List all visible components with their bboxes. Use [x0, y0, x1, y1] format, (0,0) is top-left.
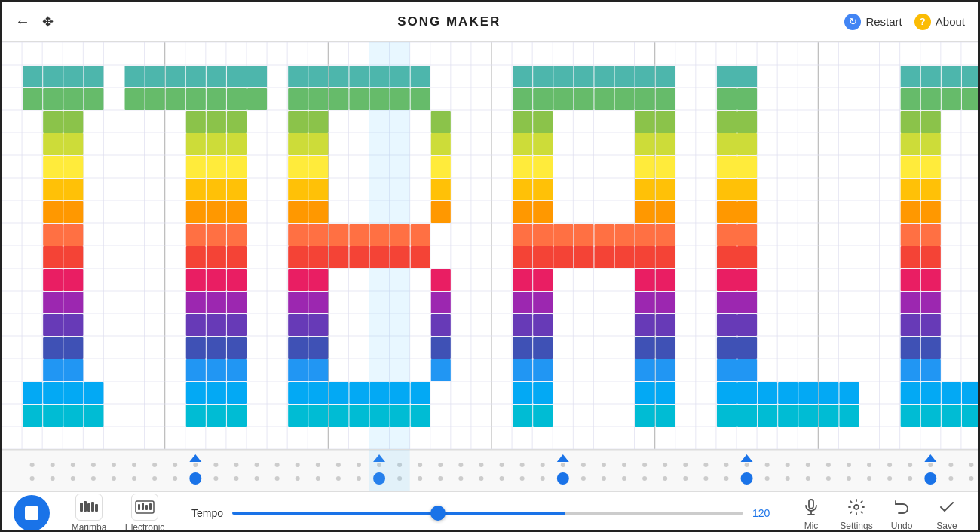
svg-point-499	[948, 463, 953, 467]
back-button[interactable]: ←	[15, 13, 30, 30]
svg-rect-523	[149, 503, 152, 510]
svg-point-527	[854, 505, 859, 509]
svg-rect-222	[431, 269, 451, 291]
svg-rect-350	[737, 337, 757, 359]
svg-rect-80	[63, 133, 83, 155]
svg-rect-182	[308, 246, 328, 268]
svg-rect-392	[921, 292, 941, 313]
svg-rect-135	[186, 201, 206, 223]
svg-rect-76	[84, 88, 103, 110]
svg-rect-229	[370, 382, 390, 404]
svg-point-500	[948, 476, 953, 481]
svg-rect-70	[43, 66, 63, 87]
svg-rect-94	[63, 292, 83, 313]
svg-rect-132	[186, 179, 206, 200]
svg-point-409	[30, 463, 35, 467]
svg-rect-126	[186, 133, 206, 155]
svg-point-461	[561, 463, 565, 467]
svg-rect-287	[635, 269, 655, 291]
electronic-label: Electronic	[125, 522, 165, 533]
svg-rect-235	[390, 405, 410, 427]
header-left: ← ✥	[15, 13, 54, 30]
svg-rect-367	[901, 66, 920, 87]
svg-rect-518	[95, 504, 98, 512]
svg-rect-384	[921, 201, 941, 223]
restart-button[interactable]: ↻ Restart	[844, 14, 902, 30]
svg-rect-369	[942, 66, 961, 87]
svg-rect-362	[758, 405, 777, 427]
svg-rect-90	[63, 246, 83, 268]
marimba-label: Marimba	[72, 522, 107, 533]
svg-point-466	[602, 476, 606, 481]
svg-rect-75	[63, 88, 83, 110]
svg-rect-404	[921, 405, 941, 427]
svg-rect-310	[533, 224, 553, 246]
marimba-button[interactable]: Marimba	[65, 494, 113, 533]
svg-rect-84	[63, 179, 83, 200]
svg-rect-514	[80, 503, 83, 512]
svg-rect-189	[288, 337, 308, 359]
settings-button[interactable]: Settings	[837, 495, 876, 531]
svg-point-491	[867, 463, 871, 467]
move-icon[interactable]: ✥	[42, 14, 54, 30]
svg-rect-96	[63, 314, 83, 336]
save-button[interactable]: Save	[927, 495, 966, 531]
svg-rect-349	[717, 337, 737, 359]
svg-rect-343	[717, 269, 737, 291]
play-button[interactable]	[14, 495, 50, 531]
svg-rect-131	[227, 156, 247, 178]
svg-point-454	[479, 476, 483, 481]
svg-rect-175	[288, 179, 308, 200]
svg-rect-381	[901, 179, 920, 200]
mic-button[interactable]: Mic	[792, 495, 831, 531]
svg-point-489	[847, 463, 851, 467]
svg-rect-211	[431, 201, 451, 223]
svg-rect-263	[513, 359, 532, 381]
svg-rect-165	[288, 66, 308, 87]
svg-point-495	[908, 463, 912, 467]
about-button[interactable]: ? About	[914, 14, 965, 30]
svg-rect-301	[553, 66, 573, 87]
svg-point-483	[786, 463, 790, 467]
electronic-button[interactable]: Electronic	[121, 494, 169, 533]
svg-rect-221	[411, 246, 430, 268]
svg-rect-144	[186, 269, 206, 291]
svg-point-469	[642, 463, 647, 467]
percussion-area[interactable]	[2, 449, 980, 491]
svg-rect-270	[656, 66, 675, 87]
svg-point-424	[173, 476, 177, 481]
svg-rect-171	[288, 133, 308, 155]
svg-point-484	[786, 476, 790, 481]
svg-rect-340	[737, 224, 757, 246]
tempo-slider[interactable]	[232, 512, 743, 515]
svg-rect-351	[717, 359, 737, 381]
svg-rect-300	[656, 405, 675, 427]
grid-svg[interactable]	[2, 42, 980, 449]
about-label: About	[936, 15, 965, 28]
svg-rect-395	[901, 337, 920, 359]
svg-rect-161	[227, 382, 247, 404]
svg-rect-400	[921, 382, 941, 404]
svg-rect-375	[901, 111, 920, 133]
grid-area[interactable]	[2, 42, 980, 449]
svg-rect-302	[574, 66, 593, 87]
svg-rect-100	[63, 359, 83, 381]
undo-button[interactable]: Undo	[882, 495, 921, 531]
svg-rect-116	[125, 88, 145, 110]
svg-rect-102	[43, 382, 63, 404]
svg-rect-238	[533, 66, 553, 87]
svg-point-411	[51, 463, 55, 467]
svg-rect-117	[145, 88, 165, 110]
app-title: SONG MAKER	[397, 14, 501, 29]
svg-point-508	[557, 472, 569, 485]
svg-rect-371	[901, 88, 920, 110]
svg-rect-515	[84, 501, 87, 512]
about-icon: ?	[914, 14, 931, 30]
svg-point-473	[683, 463, 688, 467]
svg-rect-377	[901, 133, 920, 155]
svg-rect-139	[207, 224, 226, 246]
svg-rect-387	[901, 246, 920, 268]
svg-rect-99	[43, 359, 63, 381]
svg-point-427	[213, 463, 218, 467]
svg-rect-304	[615, 66, 635, 87]
